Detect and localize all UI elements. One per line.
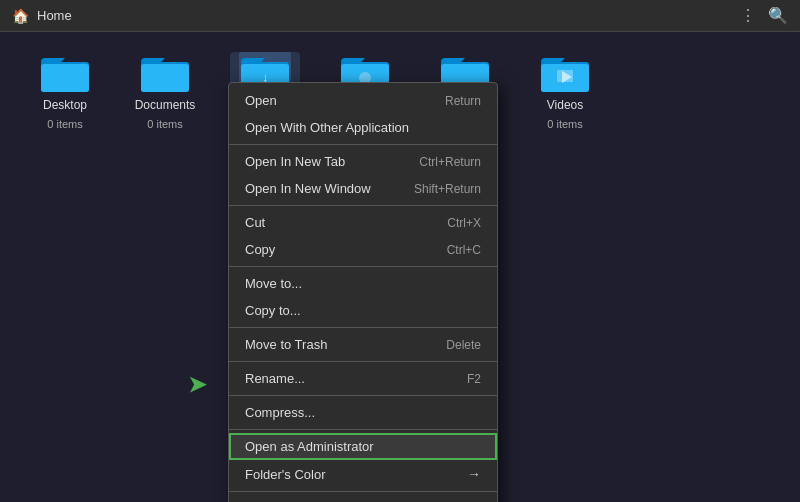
svg-rect-5 — [141, 64, 189, 92]
menu-shortcut-open: Return — [445, 94, 481, 108]
menu-label-open-tab: Open In New Tab — [245, 154, 345, 169]
menu-label-open-window: Open In New Window — [245, 181, 371, 196]
svg-rect-2 — [41, 64, 89, 92]
menu-item-open-tab[interactable]: Open In New TabCtrl+Return — [229, 148, 497, 175]
context-menu: OpenReturnOpen With Other ApplicationOpe… — [228, 82, 498, 502]
folder-icon-documents — [139, 52, 191, 94]
menu-label-cut: Cut — [245, 215, 265, 230]
menu-shortcut-open-window: Shift+Return — [414, 182, 481, 196]
more-button[interactable]: ⋮ — [740, 6, 756, 25]
menu-item-copy-to[interactable]: Copy to... — [229, 297, 497, 324]
menu-shortcut-open-tab: Ctrl+Return — [419, 155, 481, 169]
window-title: Home — [37, 8, 732, 23]
highlight-arrow: ➤ — [188, 372, 206, 398]
menu-item-open-window[interactable]: Open In New WindowShift+Return — [229, 175, 497, 202]
home-icon: 🏠 — [12, 8, 29, 24]
menu-shortcut-copy: Ctrl+C — [447, 243, 481, 257]
menu-separator — [229, 491, 497, 492]
menu-item-open[interactable]: OpenReturn — [229, 87, 497, 114]
menu-label-copy: Copy — [245, 242, 275, 257]
menu-item-compress[interactable]: Compress... — [229, 399, 497, 426]
menu-label-folder-color: Folder's Color — [245, 467, 326, 482]
menu-separator — [229, 361, 497, 362]
folder-item-desktop[interactable]: Desktop0 items — [30, 52, 100, 130]
menu-item-rename[interactable]: Rename...F2 — [229, 365, 497, 392]
menu-separator — [229, 205, 497, 206]
menu-separator — [229, 144, 497, 145]
menu-shortcut-trash: Delete — [446, 338, 481, 352]
folder-label-videos: Videos — [547, 98, 583, 114]
menu-label-rename: Rename... — [245, 371, 305, 386]
titlebar: 🏠 Home ⋮ 🔍 — [0, 0, 800, 32]
menu-item-open-other[interactable]: Open With Other Application — [229, 114, 497, 141]
menu-label-move-to: Move to... — [245, 276, 302, 291]
menu-item-move-to[interactable]: Move to... — [229, 270, 497, 297]
menu-label-open-other: Open With Other Application — [245, 120, 409, 135]
folder-count-desktop: 0 items — [47, 118, 82, 130]
folder-item-videos[interactable]: Videos0 items — [530, 52, 600, 130]
search-button[interactable]: 🔍 — [768, 6, 788, 25]
menu-item-trash[interactable]: Move to TrashDelete — [229, 331, 497, 358]
menu-separator — [229, 327, 497, 328]
menu-item-cut[interactable]: CutCtrl+X — [229, 209, 497, 236]
folder-icon-videos — [539, 52, 591, 94]
folder-label-desktop: Desktop — [43, 98, 87, 114]
folder-count-videos: 0 items — [547, 118, 582, 130]
menu-separator — [229, 429, 497, 430]
menu-label-open: Open — [245, 93, 277, 108]
menu-item-wipe[interactable]: Wipe — [229, 495, 497, 502]
submenu-arrow-folder-color: → — [467, 466, 481, 482]
menu-label-trash: Move to Trash — [245, 337, 327, 352]
menu-label-compress: Compress... — [245, 405, 315, 420]
menu-separator — [229, 266, 497, 267]
menu-item-folder-color[interactable]: Folder's Color→ — [229, 460, 497, 488]
menu-label-copy-to: Copy to... — [245, 303, 301, 318]
main-area: Desktop0 items Documents0 items ↓ Dow...… — [0, 32, 800, 502]
menu-separator — [229, 395, 497, 396]
menu-shortcut-cut: Ctrl+X — [447, 216, 481, 230]
menu-shortcut-rename: F2 — [467, 372, 481, 386]
menu-label-open-admin: Open as Administrator — [245, 439, 374, 454]
folder-icon-desktop — [39, 52, 91, 94]
folder-label-documents: Documents — [135, 98, 196, 114]
menu-item-copy[interactable]: CopyCtrl+C — [229, 236, 497, 263]
folder-count-documents: 0 items — [147, 118, 182, 130]
folder-item-documents[interactable]: Documents0 items — [130, 52, 200, 130]
menu-item-open-admin[interactable]: Open as Administrator — [229, 433, 497, 460]
titlebar-controls: ⋮ 🔍 — [740, 6, 788, 25]
